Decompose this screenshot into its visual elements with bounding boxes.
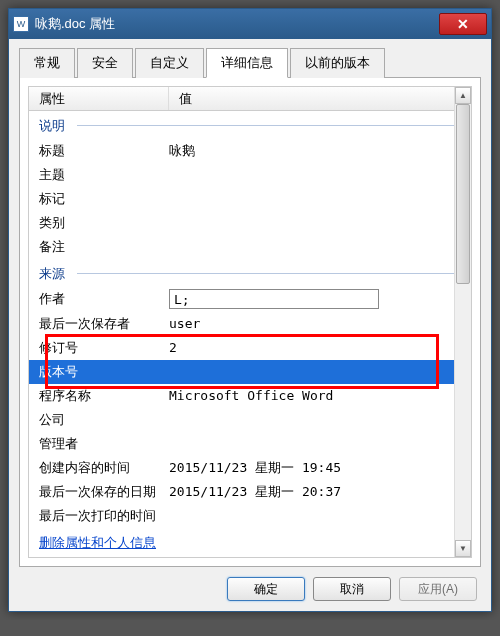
property-value[interactable] (169, 237, 461, 257)
origin-row[interactable]: 管理者 (29, 432, 471, 456)
scroll-thumb[interactable] (456, 104, 470, 284)
ok-button[interactable]: 确定 (227, 577, 305, 601)
dialog-body: 常规安全自定义详细信息以前的版本 属性 值 说明 标题咏鹅主题标记类别备注 来源… (9, 39, 491, 611)
property-label: 类别 (39, 213, 169, 233)
cancel-button[interactable]: 取消 (313, 577, 391, 601)
property-label: 版本号 (39, 362, 169, 382)
word-doc-icon: W (13, 16, 29, 32)
origin-row[interactable]: 作者 (29, 287, 471, 312)
details-panel: 属性 值 说明 标题咏鹅主题标记类别备注 来源 作者最后一次保存者user修订号… (19, 78, 481, 567)
tab-4[interactable]: 以前的版本 (290, 48, 385, 78)
property-label: 修订号 (39, 338, 169, 358)
close-button[interactable]: ✕ (439, 13, 487, 35)
window-title: 咏鹅.doc 属性 (35, 15, 439, 33)
property-label: 标记 (39, 189, 169, 209)
desc-row[interactable]: 类别 (29, 211, 471, 235)
remove-properties-link[interactable]: 删除属性和个人信息 (29, 528, 166, 558)
origin-row[interactable]: 版本号 (29, 360, 471, 384)
column-headers: 属性 值 (29, 87, 471, 111)
property-value[interactable] (169, 165, 461, 185)
scroll-down-icon[interactable]: ▼ (455, 540, 471, 557)
property-list: 属性 值 说明 标题咏鹅主题标记类别备注 来源 作者最后一次保存者user修订号… (28, 86, 472, 558)
property-label: 主题 (39, 165, 169, 185)
scroll-area[interactable]: 说明 标题咏鹅主题标记类别备注 来源 作者最后一次保存者user修订号2版本号程… (29, 111, 471, 557)
vertical-scrollbar[interactable]: ▲ ▼ (454, 87, 471, 557)
origin-row[interactable]: 最后一次保存的日期2015/11/23 星期一 20:37 (29, 480, 471, 504)
origin-row[interactable]: 最后一次打印的时间 (29, 504, 471, 528)
properties-dialog: W 咏鹅.doc 属性 ✕ 常规安全自定义详细信息以前的版本 属性 值 说明 标… (8, 8, 492, 612)
property-value[interactable] (169, 189, 461, 209)
desc-row[interactable]: 标记 (29, 187, 471, 211)
origin-row[interactable]: 创建内容的时间2015/11/23 星期一 19:45 (29, 456, 471, 480)
property-value[interactable] (169, 506, 461, 526)
origin-row[interactable]: 公司 (29, 408, 471, 432)
property-label: 最后一次保存的日期 (39, 482, 169, 502)
apply-button[interactable]: 应用(A) (399, 577, 477, 601)
origin-row[interactable]: 最后一次保存者user (29, 312, 471, 336)
tab-2[interactable]: 自定义 (135, 48, 204, 78)
property-label: 程序名称 (39, 386, 169, 406)
tab-3[interactable]: 详细信息 (206, 48, 288, 78)
property-value[interactable] (169, 362, 461, 382)
property-label: 公司 (39, 410, 169, 430)
property-label: 最后一次打印的时间 (39, 506, 169, 526)
origin-row[interactable]: 修订号2 (29, 336, 471, 360)
property-value (169, 289, 461, 310)
desc-row[interactable]: 标题咏鹅 (29, 139, 471, 163)
section-origin: 来源 (29, 259, 471, 287)
property-value[interactable]: 2 (169, 338, 461, 358)
tab-1[interactable]: 安全 (77, 48, 133, 78)
property-label: 标题 (39, 141, 169, 161)
property-value[interactable]: 咏鹅 (169, 141, 461, 161)
col-property[interactable]: 属性 (29, 87, 169, 110)
desc-row[interactable]: 主题 (29, 163, 471, 187)
property-value[interactable]: user (169, 314, 461, 334)
property-value[interactable]: 2015/11/23 星期一 20:37 (169, 482, 461, 502)
tab-strip: 常规安全自定义详细信息以前的版本 (19, 47, 481, 78)
property-label: 创建内容的时间 (39, 458, 169, 478)
property-label: 最后一次保存者 (39, 314, 169, 334)
property-value[interactable] (169, 213, 461, 233)
property-label: 备注 (39, 237, 169, 257)
property-value[interactable]: Microsoft Office Word (169, 386, 461, 406)
section-description: 说明 (29, 111, 471, 139)
tab-0[interactable]: 常规 (19, 48, 75, 78)
property-value[interactable] (169, 410, 461, 430)
titlebar[interactable]: W 咏鹅.doc 属性 ✕ (9, 9, 491, 39)
scroll-up-icon[interactable]: ▲ (455, 87, 471, 104)
property-label: 管理者 (39, 434, 169, 454)
col-value[interactable]: 值 (169, 87, 471, 110)
property-value[interactable] (169, 434, 461, 454)
value-edit-input[interactable] (169, 289, 379, 309)
property-label: 作者 (39, 289, 169, 310)
property-value[interactable]: 2015/11/23 星期一 19:45 (169, 458, 461, 478)
button-row: 确定 取消 应用(A) (19, 567, 481, 601)
desc-row[interactable]: 备注 (29, 235, 471, 259)
origin-row[interactable]: 程序名称Microsoft Office Word (29, 384, 471, 408)
